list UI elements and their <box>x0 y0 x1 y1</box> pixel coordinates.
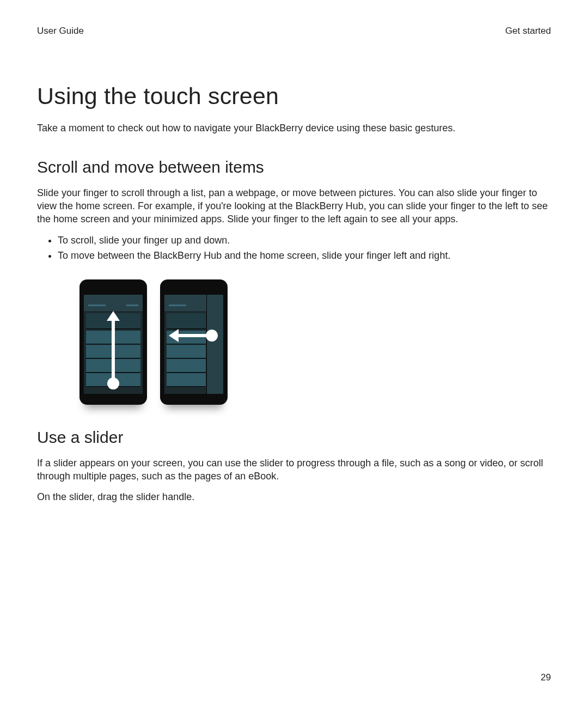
intro-text: Take a moment to check out how to naviga… <box>37 121 551 135</box>
phone-screen <box>164 295 223 394</box>
header-right: Get started <box>505 25 551 38</box>
header-left: User Guide <box>37 25 84 38</box>
gesture-illustration <box>79 279 551 405</box>
section-scroll-bullets: To scroll, slide your finger up and down… <box>37 234 551 263</box>
section-scroll-body: Slide your finger to scroll through a li… <box>37 186 551 226</box>
page-header: User Guide Get started <box>37 25 551 38</box>
phone-vertical-scroll <box>79 279 147 405</box>
swipe-up-icon <box>84 295 143 394</box>
page: User Guide Get started Using the touch s… <box>0 0 588 706</box>
phone-horizontal-scroll <box>160 279 228 405</box>
page-number: 29 <box>541 672 551 684</box>
section-scroll-heading: Scroll and move between items <box>37 156 551 179</box>
section-slider-body: If a slider appears on your screen, you … <box>37 457 551 483</box>
page-title: Using the touch screen <box>37 80 551 112</box>
swipe-left-icon <box>164 295 223 394</box>
section-slider-heading: Use a slider <box>37 427 551 449</box>
bullet-item: To scroll, slide your finger up and down… <box>58 234 551 247</box>
phone-screen <box>84 295 143 394</box>
section-slider-instruction: On the slider, drag the slider handle. <box>37 490 551 503</box>
section-slider: Use a slider If a slider appears on your… <box>37 427 551 503</box>
bullet-item: To move between the BlackBerry Hub and t… <box>58 249 551 262</box>
